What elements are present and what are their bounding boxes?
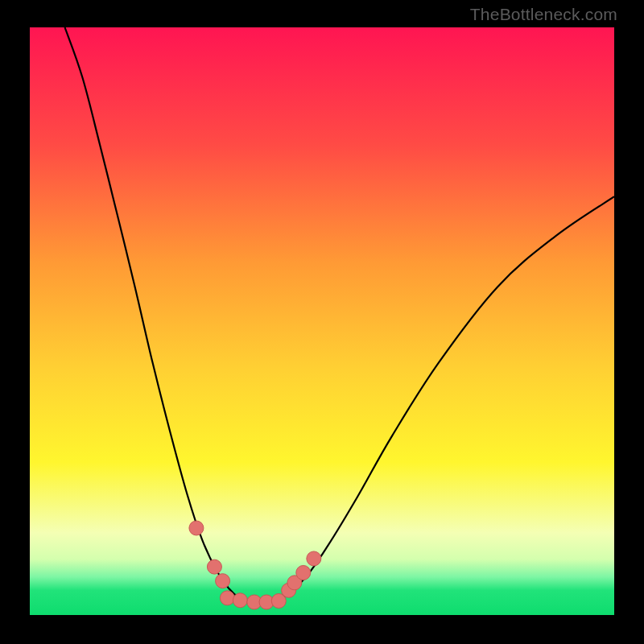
gradient-background <box>30 27 614 615</box>
curve-marker <box>216 574 230 588</box>
plot-area <box>30 27 614 615</box>
curve-marker <box>207 559 221 574</box>
curve-marker <box>296 565 311 580</box>
chart-frame: TheBottleneck.com <box>0 0 644 644</box>
chart-svg <box>30 27 614 615</box>
watermark-text: TheBottleneck.com <box>470 5 617 24</box>
curve-marker <box>233 593 247 608</box>
curve-marker <box>189 521 204 535</box>
curve-marker <box>307 551 321 566</box>
curve-marker <box>220 591 234 605</box>
